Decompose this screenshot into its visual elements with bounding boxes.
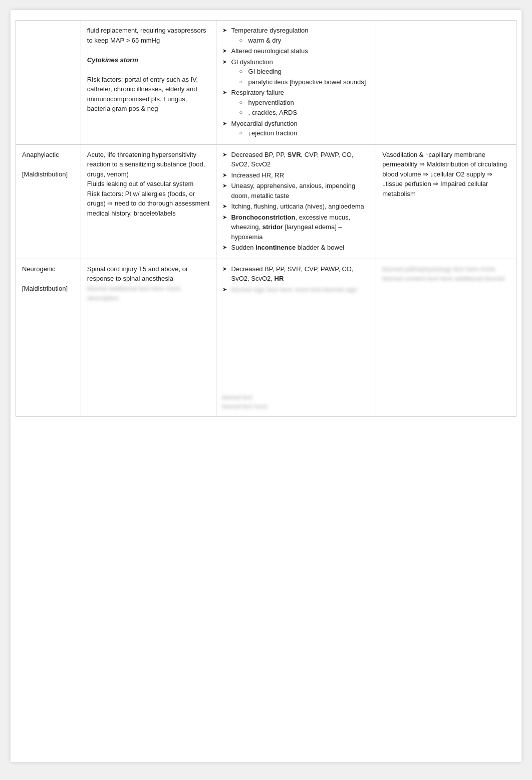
signs-list: Decreased BP, PP, SVR, CVP, PAWP, CO, Sv… — [222, 264, 370, 295]
sign-item: Increased HR, RR — [222, 170, 370, 180]
sub-item: ↓ejection fraction — [239, 128, 370, 138]
cytokines-label: Cytokines storm — [87, 56, 138, 64]
sign-item: blurred sign text here more text blurred… — [222, 285, 370, 295]
patho-cell: Vasodilation & ↑capillary membrane perme… — [376, 144, 516, 259]
sign-blurred: blurred sign text here more text blurred… — [231, 286, 357, 293]
sign-item: GI dysfunction GI bleeding paralytic ile… — [222, 57, 370, 87]
sign-item: Bronchoconstriction, excessive mucus, wh… — [222, 213, 370, 242]
patho-text: Vasodilation & ↑capillary membrane perme… — [382, 150, 510, 199]
sub-item: paralytic ileus [hypoactive bowel sounds… — [239, 77, 370, 87]
type-label-main: Neurogenic — [22, 264, 75, 274]
table-row: Anaphylactic [Maldistribution] Acute, li… — [16, 144, 516, 259]
table-row: Neurogenic [Maldistribution] Spinal cord… — [16, 259, 516, 417]
patho-cell — [376, 21, 516, 145]
desc-text-2: Fluids leaking out of vascular system — [87, 179, 210, 189]
sign-item: Decreased BP, PP, SVR, CVP, PAWP, CO, Sv… — [222, 264, 370, 284]
type-label-sub: [Maldistribution] — [22, 284, 75, 294]
sub-list: ↓ejection fraction — [239, 128, 370, 138]
sign-item: Altered neurological status — [222, 46, 370, 56]
desc-cell: Acute, life threatening hypersensitivity… — [81, 144, 216, 259]
sign-item: Itching, flushing, urticaria (hives), an… — [222, 202, 370, 212]
main-table: fluid replacement, requiring vasopressor… — [16, 20, 516, 417]
signs-list: Decreased BP, PP, SVR, CVP, PAWP, CO, Sv… — [222, 150, 370, 253]
sub-item: warm & dry — [239, 36, 370, 46]
desc-cell: Spinal cord injury T5 and above, or resp… — [81, 259, 216, 417]
desc-text-1: Spinal cord injury T5 and above, or resp… — [87, 264, 210, 284]
sub-item: , crackles, ARDS — [239, 108, 370, 118]
desc-text-1: Acute, life threatening hypersensitivity… — [87, 150, 210, 179]
sign-item: Respiratory failure hyperventilation , c… — [222, 88, 370, 118]
signs-cell: Temperature dysregulation warm & dry Alt… — [216, 21, 376, 145]
type-label-sub: [Maldistribution] — [22, 169, 75, 179]
desc-text-3: Risk factors: Pt w/ allergies (foods, or… — [87, 189, 210, 219]
extra-blurred: blurred text — [222, 393, 370, 402]
sub-list: GI bleeding paralytic ileus [hypoactive … — [239, 67, 370, 87]
extra-blurred2: blurred text more — [222, 402, 370, 411]
sign-item: Myocardial dysfunction ↓ejection fractio… — [222, 119, 370, 138]
sub-list: hyperventilation , crackles, ARDS — [239, 98, 370, 118]
type-cell — [16, 21, 81, 145]
sub-item: hyperventilation — [239, 98, 370, 108]
sub-item: GI bleeding — [239, 67, 370, 77]
sign-item: Temperature dysregulation warm & dry — [222, 26, 370, 45]
sign-item: Decreased BP, PP, SVR, CVP, PAWP, CO, Sv… — [222, 150, 370, 169]
patho-blurred: blurred pathophysiology text here more b… — [382, 264, 510, 284]
type-label-main: Anaphylactic — [22, 150, 75, 160]
table-row: fluid replacement, requiring vasopressor… — [16, 21, 516, 145]
desc-text-3: Risk factors: portal of entry such as IV… — [87, 75, 210, 114]
sign-item: Sudden incontinence bladder & bowel — [222, 243, 370, 253]
signs-list: Temperature dysregulation warm & dry Alt… — [222, 26, 370, 138]
sign-item: Uneasy, apprehensive, anxious, impending… — [222, 181, 370, 201]
page: fluid replacement, requiring vasopressor… — [11, 10, 521, 762]
signs-cell: Decreased BP, PP, SVR, CVP, PAWP, CO, Sv… — [216, 144, 376, 259]
sub-list: warm & dry — [239, 36, 370, 46]
desc-text-1: fluid replacement, requiring vasopressor… — [87, 26, 210, 45]
type-cell: Anaphylactic [Maldistribution] — [16, 144, 81, 259]
desc-cell: fluid replacement, requiring vasopressor… — [81, 21, 216, 145]
signs-cell: Decreased BP, PP, SVR, CVP, PAWP, CO, Sv… — [216, 259, 376, 417]
type-cell: Neurogenic [Maldistribution] — [16, 259, 81, 417]
patho-cell: blurred pathophysiology text here more b… — [376, 259, 516, 417]
desc-text-blurred: blurred additional text here more descri… — [87, 284, 210, 303]
desc-text-2: Cytokines storm — [87, 55, 210, 65]
